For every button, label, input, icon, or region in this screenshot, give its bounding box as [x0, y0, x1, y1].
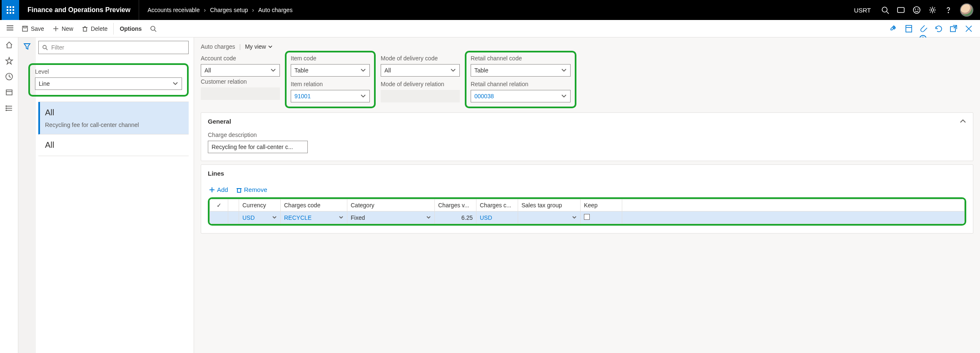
quick-filter-input[interactable]: [38, 41, 189, 54]
delivery-code-select[interactable]: All: [381, 64, 460, 77]
personalize-icon[interactable]: [889, 24, 898, 33]
chevron-down-icon: [561, 67, 567, 73]
feedback-smile-icon[interactable]: [913, 6, 921, 14]
filter-field[interactable]: [50, 44, 185, 51]
channel-relation-lookup[interactable]: 000038: [471, 90, 571, 102]
save-label: Save: [31, 25, 44, 32]
save-icon: [22, 25, 28, 32]
select-all-checkbox[interactable]: ✓: [210, 199, 228, 211]
view-selector[interactable]: My view: [245, 43, 273, 50]
refresh-icon[interactable]: [934, 24, 943, 33]
lines-header[interactable]: Lines: [201, 165, 973, 182]
field-value: Recycling fee for call-center c...: [212, 144, 293, 150]
cell-sales-tax-group[interactable]: [518, 211, 581, 224]
remove-line-button[interactable]: Remove: [236, 186, 267, 193]
company-picker[interactable]: USRT: [854, 7, 871, 14]
list-item[interactable]: All Recycling fee for call-center channe…: [38, 102, 189, 134]
col-charges-currency[interactable]: Charges c...: [476, 199, 518, 211]
chevron-up-icon: [960, 118, 966, 125]
help-icon[interactable]: [944, 6, 953, 14]
page-search-button[interactable]: [146, 23, 161, 35]
save-button[interactable]: Save: [17, 23, 48, 35]
cell-charges-code[interactable]: RECYCLE: [281, 211, 347, 224]
col-sales-tax-group[interactable]: Sales tax group: [518, 199, 581, 211]
item-highlight: Item code Table Item relation 91001: [285, 51, 376, 108]
col-charges-code[interactable]: Charges code: [281, 199, 347, 211]
close-icon[interactable]: [964, 24, 973, 33]
field-label: Mode of delivery code: [381, 55, 460, 62]
breadcrumb-item[interactable]: Accounts receivable: [147, 7, 199, 13]
level-select[interactable]: Line: [35, 77, 182, 90]
general-header[interactable]: General: [201, 113, 973, 130]
row-select-cell[interactable]: [210, 211, 228, 224]
add-line-button[interactable]: Add: [209, 186, 228, 193]
col-currency[interactable]: Currency: [239, 199, 281, 211]
account-code-select[interactable]: All: [201, 64, 280, 77]
codes-row: Account code All Item code Table Item re…: [201, 55, 973, 102]
action-pane: Save New Delete Options 0: [0, 20, 980, 37]
cell-currency[interactable]: USD: [239, 211, 281, 224]
field-label: Retail channel relation: [471, 81, 571, 87]
breadcrumb: Accounts receivable › Charges setup › Au…: [139, 7, 301, 13]
plus-icon: [52, 25, 59, 32]
svg-rect-39: [237, 189, 241, 192]
svg-rect-27: [6, 90, 12, 95]
svg-line-36: [46, 48, 47, 50]
office-icon[interactable]: [904, 24, 913, 33]
record-list: All Recycling fee for call-center channe…: [38, 102, 189, 156]
chevron-right-icon: ›: [204, 7, 206, 13]
list-item[interactable]: All: [38, 134, 189, 156]
chevron-right-icon: ›: [252, 7, 254, 13]
delete-label: Delete: [91, 25, 107, 32]
cell-category[interactable]: Fixed: [347, 211, 435, 224]
search-icon: [150, 25, 157, 32]
col-charges-value[interactable]: Charges v...: [435, 199, 476, 211]
options-button[interactable]: Options: [115, 23, 146, 35]
popout-icon[interactable]: [949, 24, 958, 33]
breadcrumb-item[interactable]: Charges setup: [210, 7, 248, 13]
field-value: 91001: [294, 93, 311, 99]
plus-icon: [209, 186, 215, 193]
favorite-icon[interactable]: [5, 57, 13, 65]
recent-icon[interactable]: [5, 72, 13, 81]
svg-point-7: [948, 12, 948, 12]
charge-description-input[interactable]: Recycling fee for call-center c...: [208, 141, 308, 153]
home-icon[interactable]: [5, 41, 13, 49]
message-icon[interactable]: [897, 6, 905, 14]
attachments-button[interactable]: 0: [919, 24, 928, 33]
gear-icon[interactable]: [928, 6, 937, 14]
grid-row[interactable]: USD RECYCLE Fixed 6.25 USD: [210, 211, 965, 224]
new-button[interactable]: New: [48, 23, 77, 35]
channel-code-select[interactable]: Table: [471, 64, 571, 77]
chevron-down-icon: [572, 215, 577, 220]
cell-charges-currency[interactable]: USD: [476, 211, 518, 224]
svg-point-5: [918, 9, 918, 10]
field-value: Table: [294, 67, 308, 74]
chevron-down-icon: [172, 81, 178, 87]
svg-rect-12: [24, 26, 26, 28]
modules-icon[interactable]: [5, 104, 13, 112]
nav-toggle-button[interactable]: [2, 24, 17, 33]
breadcrumb-item[interactable]: Auto charges: [258, 7, 293, 13]
app-title: Finance and Operations Preview: [19, 6, 139, 14]
field-value: 000038: [474, 93, 494, 99]
delete-button[interactable]: Delete: [77, 23, 112, 35]
col-keep[interactable]: Keep: [581, 199, 622, 211]
item-relation-lookup[interactable]: 91001: [291, 90, 370, 102]
cell-charges-value[interactable]: 6.25: [435, 211, 476, 224]
cell-keep[interactable]: [581, 211, 622, 224]
item-code-select[interactable]: Table: [291, 64, 370, 77]
chevron-down-icon: [450, 67, 456, 73]
chevron-down-icon: [268, 44, 273, 49]
col-category[interactable]: Category: [347, 199, 435, 211]
user-avatar[interactable]: [960, 3, 973, 17]
lines-toolbar: Add Remove: [208, 184, 966, 197]
svg-line-19: [155, 30, 156, 32]
keep-checkbox[interactable]: [584, 214, 590, 220]
action-pane-right: 0: [889, 24, 978, 33]
field-label: Retail channel code: [471, 55, 571, 62]
app-launcher-button[interactable]: [2, 0, 19, 20]
chevron-down-icon: [360, 67, 366, 73]
search-icon[interactable]: [881, 6, 889, 14]
workspaces-icon[interactable]: [5, 88, 13, 97]
